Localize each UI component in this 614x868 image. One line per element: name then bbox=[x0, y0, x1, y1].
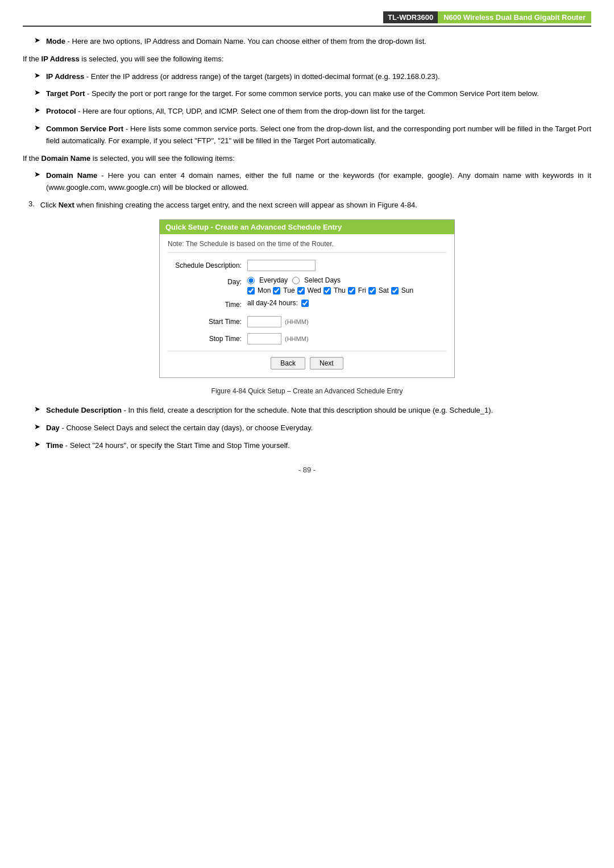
ip-address-intro: If the IP Address is selected, you will … bbox=[23, 53, 591, 65]
header-bar: TL-WDR3600 N600 Wireless Dual Band Gigab… bbox=[23, 11, 591, 27]
select-days-label: Select Days bbox=[304, 276, 341, 284]
day-bottom-content: Day - Choose Select Days and select the … bbox=[46, 422, 591, 434]
start-time-input[interactable] bbox=[247, 316, 281, 327]
target-port-label: Target Port bbox=[46, 89, 85, 98]
everyday-label: Everyday bbox=[259, 276, 288, 284]
everyday-radio[interactable] bbox=[247, 277, 255, 284]
day-bottom-label: Day bbox=[46, 423, 60, 432]
mode-label: Mode bbox=[46, 37, 65, 45]
schedule-note: Note: The Schedule is based on the time … bbox=[168, 240, 446, 253]
time-options-row: all day-24 hours: bbox=[247, 299, 309, 307]
numbered-num-3: 3. bbox=[28, 200, 35, 208]
header-model: TL-WDR3600 bbox=[383, 11, 438, 23]
day-radio-group: Everyday Select Days bbox=[247, 276, 413, 284]
stop-time-row: Stop Time: (HHMM) bbox=[168, 333, 446, 346]
bullet-arrow-ip: ➤ bbox=[34, 71, 40, 80]
schedule-description-input[interactable] bbox=[247, 260, 316, 271]
label-sun: Sun bbox=[401, 286, 413, 294]
stop-time-control: (HHMM) bbox=[247, 333, 309, 344]
target-port-bullet: ➤ Target Port - Specify the port or port… bbox=[23, 88, 591, 100]
next-bold: Next bbox=[59, 201, 74, 209]
schedule-panel-header: Quick Setup - Create an Advanced Schedul… bbox=[160, 220, 454, 234]
stop-time-hint: (HHMM) bbox=[285, 335, 309, 342]
domain-name-label: Domain Name bbox=[46, 171, 97, 180]
time-control: all day-24 hours: bbox=[247, 299, 309, 307]
ip-address-bullet-content: IP Address - Enter the IP address (or ad… bbox=[46, 71, 591, 83]
schedule-description-control bbox=[247, 260, 316, 271]
schedule-desc-bottom-content: Schedule Description - In this field, cr… bbox=[46, 405, 591, 417]
checkbox-thu[interactable] bbox=[323, 287, 331, 294]
page-number: - 89 - bbox=[23, 466, 591, 474]
bullet-arrow-sd: ➤ bbox=[34, 405, 40, 413]
schedule-description-row: Schedule Description: bbox=[168, 260, 446, 272]
common-service-port-bullet-content: Common Service Port - Here lists some co… bbox=[46, 123, 591, 147]
btn-row: Back Next bbox=[168, 351, 446, 372]
checkbox-sun[interactable] bbox=[391, 287, 399, 294]
all-day-checkbox[interactable] bbox=[301, 300, 309, 307]
time-bottom-content: Time - Select "24 hours", or specify the… bbox=[46, 440, 591, 452]
stop-time-input[interactable] bbox=[247, 333, 281, 344]
ip-address-label: IP Address bbox=[46, 72, 84, 81]
checkbox-fri[interactable] bbox=[348, 287, 355, 294]
mode-bullet-content: Mode - Here are two options, IP Address … bbox=[46, 36, 591, 48]
bullet-arrow-target-port: ➤ bbox=[34, 88, 40, 97]
time-bottom-bullet: ➤ Time - Select "24 hours", or specify t… bbox=[23, 440, 591, 452]
numbered-item-3: 3. Click Next when finishing creating th… bbox=[23, 200, 591, 211]
back-button[interactable]: Back bbox=[271, 357, 305, 369]
start-time-label: Start Time: bbox=[173, 316, 247, 329]
domain-name-bold: Domain Name bbox=[42, 154, 91, 163]
time-label: Time: bbox=[173, 299, 247, 312]
bullet-arrow-mode: ➤ bbox=[34, 36, 40, 44]
next-button[interactable]: Next bbox=[310, 357, 343, 369]
figure-caption: Figure 4-84 Quick Setup – Create an Adva… bbox=[23, 386, 591, 397]
domain-name-intro: If the Domain Name is selected, you will… bbox=[23, 153, 591, 165]
common-service-port-bullet: ➤ Common Service Port - Here lists some … bbox=[23, 123, 591, 147]
checkbox-wed[interactable] bbox=[297, 287, 305, 294]
stop-time-label: Stop Time: bbox=[173, 333, 247, 346]
label-fri: Fri bbox=[358, 286, 366, 294]
schedule-desc-bottom-bullet: ➤ Schedule Description - In this field, … bbox=[23, 405, 591, 417]
checkbox-sat[interactable] bbox=[368, 287, 376, 294]
checkbox-tue[interactable] bbox=[273, 287, 280, 294]
protocol-bullet-content: Protocol - Here are four options, All, T… bbox=[46, 106, 591, 118]
days-checkboxes-row: Mon Tue Wed Thu Fri Sat Sun bbox=[247, 286, 413, 294]
time-bottom-label: Time bbox=[46, 441, 63, 450]
label-sat: Sat bbox=[379, 286, 389, 294]
schedule-panel-body: Note: The Schedule is based on the time … bbox=[160, 234, 454, 377]
target-port-bullet-content: Target Port - Specify the port or port r… bbox=[46, 88, 591, 100]
start-time-row: Start Time: (HHMM) bbox=[168, 316, 446, 329]
protocol-label: Protocol bbox=[46, 107, 76, 115]
label-tue: Tue bbox=[283, 286, 294, 294]
domain-name-bullet-content: Domain Name - Here you can enter 4 domai… bbox=[46, 170, 591, 194]
checkbox-mon[interactable] bbox=[247, 287, 255, 294]
bullet-arrow-csp: ➤ bbox=[34, 123, 40, 132]
bullet-arrow-domain: ➤ bbox=[34, 170, 40, 178]
domain-name-bullet: ➤ Domain Name - Here you can enter 4 dom… bbox=[23, 170, 591, 194]
day-control: Everyday Select Days Mon Tue Wed Thu Fri… bbox=[247, 276, 413, 294]
stop-time-input-row: (HHMM) bbox=[247, 333, 309, 344]
numbered-item-3-content: Click Next when finishing creating the a… bbox=[40, 200, 591, 211]
time-option-text: all day-24 hours: bbox=[247, 299, 298, 307]
start-time-input-row: (HHMM) bbox=[247, 316, 309, 327]
day-row: Day: Everyday Select Days Mon Tue Wed Th… bbox=[168, 276, 446, 294]
day-bottom-bullet: ➤ Day - Choose Select Days and select th… bbox=[23, 422, 591, 434]
time-row: Time: all day-24 hours: bbox=[168, 299, 446, 312]
schedule-description-label: Schedule Description: bbox=[173, 260, 247, 272]
ip-address-bold: IP Address bbox=[42, 55, 80, 63]
label-mon: Mon bbox=[258, 286, 271, 294]
select-days-radio[interactable] bbox=[292, 277, 300, 284]
common-service-port-label: Common Service Port bbox=[46, 124, 123, 133]
bullet-arrow-protocol: ➤ bbox=[34, 106, 40, 114]
label-thu: Thu bbox=[334, 286, 346, 294]
protocol-bullet: ➤ Protocol - Here are four options, All,… bbox=[23, 106, 591, 118]
schedule-desc-bottom-label: Schedule Description bbox=[46, 406, 122, 414]
bullet-arrow-time: ➤ bbox=[34, 440, 40, 448]
mode-bullet: ➤ Mode - Here are two options, IP Addres… bbox=[23, 36, 591, 48]
ip-address-bullet: ➤ IP Address - Enter the IP address (or … bbox=[23, 71, 591, 83]
bullet-arrow-day: ➤ bbox=[34, 422, 40, 431]
label-wed: Wed bbox=[308, 286, 321, 294]
header-title: N600 Wireless Dual Band Gigabit Router bbox=[438, 11, 591, 23]
start-time-control: (HHMM) bbox=[247, 316, 309, 327]
schedule-panel: Quick Setup - Create an Advanced Schedul… bbox=[159, 219, 455, 378]
day-label: Day: bbox=[173, 276, 247, 289]
